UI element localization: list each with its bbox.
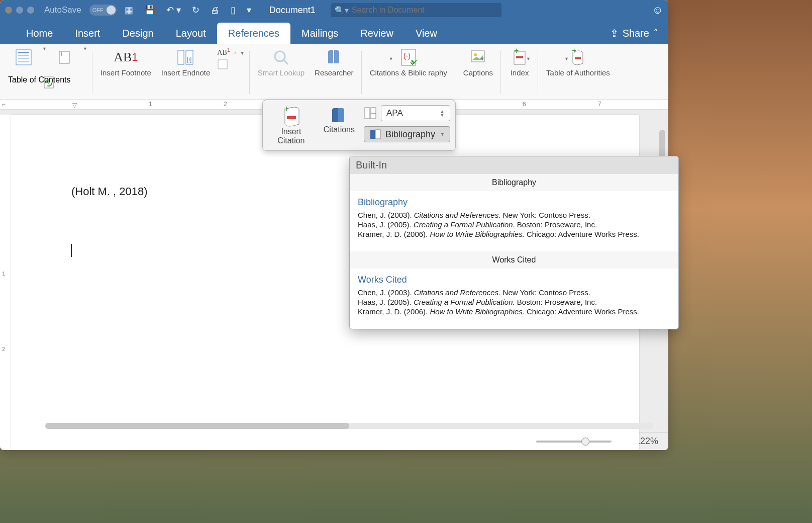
insert-citation-button[interactable]: + Insert Citation [268, 105, 315, 145]
next-footnote-button[interactable]: AB1→ ▼ [217, 46, 244, 57]
indent-marker-icon[interactable]: ▽ [72, 102, 77, 109]
search-icon: 🔍▾ [335, 6, 349, 15]
bibliography-gallery: Built-In Bibliography Bibliography Chen,… [349, 156, 679, 329]
search-box[interactable]: 🔍▾ [331, 3, 501, 17]
svg-text:+: + [284, 105, 289, 114]
insert-endnote-button[interactable]: [i] Insert Endnote [158, 46, 214, 78]
tab-design[interactable]: Design [111, 23, 164, 44]
gallery-header: Built-In [350, 156, 678, 174]
svg-rect-27 [365, 108, 370, 119]
print-icon[interactable]: 🖨 [208, 5, 223, 16]
citation-style-select[interactable]: APA ▲▼ [381, 105, 450, 121]
svg-line-14 [284, 60, 288, 64]
autosave-toggle[interactable]: OFF [89, 5, 117, 16]
ruler-tick-1: 1 [149, 101, 152, 108]
sync-icon[interactable]: ▦ [122, 5, 136, 16]
svg-rect-12 [218, 60, 227, 69]
gallery-entry: Chen, J. (2003). Citations and Reference… [358, 211, 670, 219]
horizontal-scrollbar[interactable] [45, 423, 653, 429]
captions-button[interactable]: ▼ Captions [460, 46, 496, 78]
zoom-slider[interactable] [536, 441, 612, 443]
svg-point-19 [474, 53, 477, 56]
svg-rect-25 [287, 116, 296, 119]
gallery-entry: Kramer, J. D. (2006). How to Write Bibli… [358, 307, 670, 316]
citations-pane-button[interactable]: Citations [324, 105, 355, 134]
save-icon[interactable]: 💾 [141, 5, 158, 16]
search-input[interactable] [352, 6, 497, 15]
insert-citation-label: Insert Citation [268, 127, 315, 145]
tab-view[interactable]: View [404, 23, 448, 44]
tab-insert[interactable]: Insert [64, 23, 111, 44]
bibliography-label: Bibliography [385, 129, 435, 140]
collapse-ribbon-icon[interactable]: ˄ [653, 27, 658, 39]
footnote-label: Insert Footnote [100, 68, 151, 77]
toc-dropdown-icon[interactable]: ▼ [42, 46, 47, 68]
gallery-entry: Haas, J. (2005). Creating a Formal Publi… [358, 220, 670, 229]
window-controls [5, 7, 34, 14]
bibliography-button[interactable]: Bibliography ▼ [364, 126, 450, 142]
minimize-dot[interactable] [16, 7, 23, 14]
group-citations: (-) ▼ Citations & Biblic raphy [362, 46, 455, 99]
svg-text:+: + [59, 50, 63, 58]
share-label: Share [623, 28, 649, 39]
svg-rect-9 [178, 50, 184, 64]
citations-dropdown-icon[interactable]: ▼ [389, 56, 393, 61]
gallery-entry: Kramer, J. D. (2006). How to Write Bibli… [358, 230, 670, 238]
citations-popover: + Insert Citation Citations APA ▲▼ Bibli… [262, 100, 456, 151]
text-cursor [71, 244, 72, 257]
tab-review[interactable]: Review [349, 23, 404, 44]
hscroll-thumb[interactable] [45, 423, 349, 429]
toa-dropdown-icon[interactable]: ▼ [564, 56, 569, 61]
captions-dropdown-icon[interactable]: ▼ [480, 56, 485, 61]
gallery-entry: Chen, J. (2003). Citations and Reference… [358, 288, 670, 297]
new-doc-icon[interactable]: ▯ [228, 5, 239, 16]
zoom-dot[interactable] [27, 7, 34, 14]
ruler-tick-2: 2 [224, 101, 227, 108]
document-title: Document1 [269, 5, 316, 16]
style-icon [364, 107, 377, 120]
add-text-button[interactable]: + [51, 46, 78, 68]
ribbon-tabs: Home Insert Design Layout References Mai… [0, 20, 668, 44]
undo-icon[interactable]: ↶ ▾ [163, 5, 184, 16]
citations-bibliography-button[interactable]: (-) ▼ Citations & Biblic raphy [367, 46, 450, 78]
tab-references[interactable]: References [217, 23, 290, 44]
captions-label: Captions [463, 68, 493, 77]
share-button[interactable]: ⇪ Share ˄ [610, 22, 658, 44]
gallery-item-works-cited[interactable]: Works Cited Chen, J. (2003). Citations a… [350, 269, 678, 329]
toa-button[interactable]: + ▼ Table of Authorities [543, 46, 613, 78]
add-text-dropdown-icon[interactable]: ▼ [83, 46, 87, 68]
qat-more-icon[interactable]: ▾ [244, 5, 254, 16]
researcher-button[interactable]: Researcher [312, 46, 357, 78]
share-icon: ⇪ [610, 27, 619, 39]
tab-well-icon[interactable]: ⌐ [2, 101, 6, 108]
close-dot[interactable] [5, 7, 12, 14]
show-notes-button[interactable] [217, 59, 244, 71]
gallery-item-bibliography[interactable]: Bibliography Chen, J. (2003). Citations … [350, 191, 678, 251]
vertical-ruler[interactable]: 1 2 [0, 115, 11, 450]
group-toc: ▼ + ▼ Table of Contents [5, 46, 92, 99]
feedback-icon[interactable]: ☺ [652, 4, 663, 17]
svg-text:+: + [572, 48, 576, 55]
svg-rect-29 [370, 130, 375, 139]
insert-footnote-button[interactable]: AB1 Insert Footnote [97, 46, 154, 78]
gallery-section-1-label: Works Cited [350, 251, 678, 269]
index-dropdown-icon[interactable]: ▼ [526, 56, 531, 61]
toggle-knob [107, 6, 116, 15]
tab-layout[interactable]: Layout [165, 23, 217, 44]
svg-text:(-): (-) [403, 52, 411, 60]
repeat-icon[interactable]: ↻ [189, 5, 202, 16]
gallery-section-0-label: Bibliography [350, 174, 678, 191]
index-button[interactable]: + ▼ Index [506, 46, 533, 78]
gallery-item-1-heading: Works Cited [358, 275, 670, 285]
smart-lookup-button[interactable]: i Smart Lookup [255, 46, 308, 78]
autosave-label: AutoSave [44, 5, 81, 15]
ruler-tick-6: 6 [523, 101, 526, 108]
svg-text:i: i [278, 53, 280, 60]
toc-button[interactable] [10, 46, 37, 68]
tab-mailings[interactable]: Mailings [290, 23, 349, 44]
endnote-label: Insert Endnote [161, 68, 211, 77]
zoom-knob[interactable] [581, 438, 589, 446]
group-footnotes: AB1 Insert Footnote [i] Insert Endnote A… [92, 46, 250, 99]
smart-lookup-label: Smart Lookup [258, 68, 304, 77]
tab-home[interactable]: Home [15, 23, 64, 44]
